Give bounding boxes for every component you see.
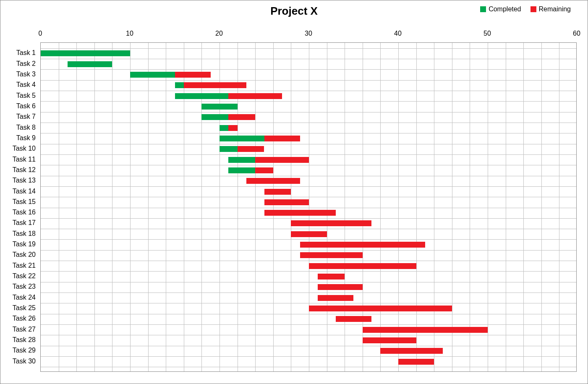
y-axis-label: Task 24 xyxy=(0,294,38,301)
grid-line-horizontal xyxy=(41,176,576,176)
y-axis-label: Task 30 xyxy=(0,358,38,365)
y-axis-label: Task 9 xyxy=(0,134,38,142)
grid-line-horizontal xyxy=(41,154,576,155)
grid-line-vertical xyxy=(148,43,149,371)
bar-completed xyxy=(220,136,264,141)
grid-line-vertical xyxy=(291,43,291,371)
grid-line-vertical xyxy=(220,43,220,371)
bar-remaining xyxy=(246,178,300,184)
bar-completed xyxy=(130,72,175,78)
bar-remaining xyxy=(264,136,300,141)
bar-completed xyxy=(175,82,184,88)
bar-remaining xyxy=(291,231,327,237)
bar-remaining xyxy=(184,82,246,88)
grid-line-horizontal xyxy=(41,186,576,187)
bar-completed xyxy=(228,157,255,163)
y-axis-label: Task 6 xyxy=(0,102,38,110)
y-axis-label: Task 8 xyxy=(0,124,38,131)
x-axis-tick: 30 xyxy=(305,30,312,37)
gantt-chart: Project X Completed Remaining 0102030405… xyxy=(0,0,588,384)
y-axis-label: Task 5 xyxy=(0,92,38,99)
bar-remaining xyxy=(238,146,264,152)
y-axis-label: Task 4 xyxy=(0,81,38,89)
grid-line-horizontal xyxy=(41,133,576,133)
bar-remaining xyxy=(264,199,309,205)
grid-line-vertical xyxy=(506,43,506,371)
grid-line-horizontal xyxy=(41,101,576,102)
bar-completed xyxy=(201,114,228,120)
grid-line-horizontal xyxy=(41,335,576,335)
bar-remaining xyxy=(300,242,425,248)
grid-line-horizontal xyxy=(41,314,576,314)
grid-line-vertical xyxy=(201,43,202,371)
grid-line-horizontal xyxy=(41,271,576,272)
y-axis-label: Task 29 xyxy=(0,347,38,354)
y-axis-label: Task 15 xyxy=(0,198,38,206)
grid-line-horizontal xyxy=(41,367,576,367)
grid-line-horizontal xyxy=(41,165,576,165)
grid-line-horizontal xyxy=(41,356,576,357)
grid-line-vertical xyxy=(541,43,542,371)
bar-remaining xyxy=(309,306,452,311)
grid-line-vertical xyxy=(130,43,131,371)
grid-line-vertical xyxy=(380,43,381,371)
bar-remaining xyxy=(398,359,434,365)
grid-line-horizontal xyxy=(41,144,576,144)
grid-line-horizontal xyxy=(41,69,576,70)
grid-line-vertical xyxy=(59,43,59,371)
x-axis-tick: 20 xyxy=(215,30,223,37)
y-axis-label: Task 27 xyxy=(0,326,38,333)
y-axis-label: Task 13 xyxy=(0,177,38,184)
bar-completed xyxy=(220,125,228,131)
y-axis-label: Task 3 xyxy=(0,71,38,78)
bar-remaining xyxy=(228,125,237,131)
grid-line-vertical xyxy=(76,43,77,371)
grid-line-horizontal xyxy=(41,48,576,49)
grid-line-horizontal xyxy=(41,261,576,261)
bar-remaining xyxy=(175,72,211,78)
y-axis-label: Task 25 xyxy=(0,304,38,312)
y-axis-label: Task 26 xyxy=(0,315,38,322)
legend-swatch-remaining xyxy=(531,6,536,12)
bar-completed xyxy=(175,93,229,99)
grid-line-vertical xyxy=(398,43,399,371)
grid-line-vertical xyxy=(434,43,434,371)
y-axis-label: Task 19 xyxy=(0,240,38,248)
grid-line-vertical xyxy=(452,43,452,371)
grid-line-horizontal xyxy=(41,80,576,81)
x-axis-tick: 10 xyxy=(126,30,133,37)
bar-remaining xyxy=(264,189,291,195)
bar-remaining xyxy=(380,348,443,354)
grid-line-vertical xyxy=(416,43,417,371)
grid-line-vertical xyxy=(327,43,327,371)
grid-line-horizontal xyxy=(41,112,576,112)
grid-line-horizontal xyxy=(41,229,576,229)
y-axis-label: Task 28 xyxy=(0,336,38,344)
y-axis-label: Task 14 xyxy=(0,188,38,195)
bar-remaining xyxy=(363,337,416,343)
grid-line-horizontal xyxy=(41,282,576,282)
bar-completed xyxy=(41,50,130,56)
x-axis-tick: 0 xyxy=(39,30,42,37)
grid-line-horizontal xyxy=(41,208,576,208)
y-axis-label: Task 23 xyxy=(0,283,38,290)
legend-label-remaining: Remaining xyxy=(539,5,571,13)
bar-remaining xyxy=(318,284,363,290)
grid-line-horizontal xyxy=(41,324,576,325)
bar-remaining xyxy=(318,274,345,280)
bar-remaining xyxy=(228,114,255,120)
bar-remaining xyxy=(228,93,282,99)
y-axis-label: Task 20 xyxy=(0,251,38,259)
legend-item-completed: Completed xyxy=(480,5,521,13)
grid-line-horizontal xyxy=(41,91,576,91)
grid-line-vertical xyxy=(488,43,488,371)
y-axis-label: Task 18 xyxy=(0,230,38,238)
bar-completed xyxy=(68,61,112,67)
grid-line-vertical xyxy=(559,43,559,371)
y-axis-label: Task 10 xyxy=(0,145,38,152)
y-axis-label: Task 12 xyxy=(0,166,38,174)
y-axis-label: Task 17 xyxy=(0,219,38,227)
bar-remaining xyxy=(300,252,363,258)
bar-remaining xyxy=(255,167,273,173)
grid-line-vertical xyxy=(523,43,524,371)
